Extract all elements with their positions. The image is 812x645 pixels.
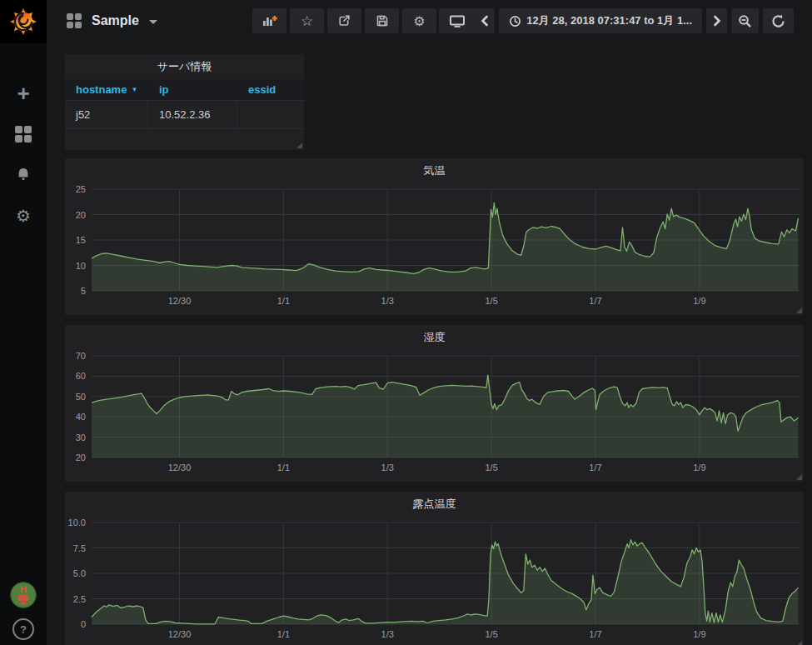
plus-glyph: + [17, 85, 29, 102]
grid-icon [15, 126, 32, 142]
svg-text:1/7: 1/7 [589, 296, 601, 306]
star-icon: ☆ [301, 12, 313, 30]
column-header-essid[interactable]: essid [237, 79, 304, 100]
add-panel-button[interactable] [252, 8, 286, 33]
monitor-icon [449, 14, 466, 28]
time-range-picker[interactable]: 12月 28, 2018 07:31:47 to 1月 1... [499, 8, 702, 33]
share-icon [337, 14, 351, 28]
svg-text:10.0: 10.0 [68, 518, 86, 528]
gear-icon: ⚙ [413, 13, 425, 29]
temperature-chart[interactable]: 51015202512/301/11/31/51/71/9 [65, 158, 804, 315]
sort-desc-icon: ▼ [131, 86, 137, 93]
time-forward-button[interactable] [706, 8, 727, 33]
svg-text:1/5: 1/5 [485, 462, 497, 472]
svg-text:70: 70 [76, 351, 86, 361]
svg-text:15: 15 [76, 235, 86, 245]
svg-text:50: 50 [76, 392, 86, 402]
save-floppy-icon [376, 14, 389, 28]
svg-text:1/1: 1/1 [277, 462, 290, 472]
configuration-gear-icon[interactable]: ⚙ [13, 206, 33, 226]
chevron-down-icon[interactable] [149, 20, 157, 24]
svg-text:12/30: 12/30 [168, 629, 192, 639]
user-avatar[interactable]: H [10, 582, 37, 608]
dew-point-chart-panel: 露点温度 02.55.07.510.012/301/11/31/51/71/9 [65, 492, 804, 645]
share-dashboard-button[interactable] [327, 8, 361, 33]
chart-panel-title[interactable]: 湿度 [65, 328, 804, 347]
svg-text:1/3: 1/3 [381, 296, 394, 306]
zoom-out-button[interactable] [731, 8, 759, 33]
svg-text:5.0: 5.0 [73, 568, 86, 578]
zoom-out-icon [738, 14, 752, 28]
chart-panel-title[interactable]: 気温 [65, 162, 804, 180]
star-dashboard-button[interactable]: ☆ [290, 8, 324, 33]
dashboard-title[interactable]: Sample [92, 13, 139, 28]
svg-text:30: 30 [76, 432, 86, 442]
svg-text:1/5: 1/5 [485, 296, 497, 306]
save-dashboard-button[interactable] [365, 8, 399, 33]
svg-text:20: 20 [76, 210, 86, 220]
clock-icon [509, 15, 521, 28]
refresh-button[interactable] [763, 8, 794, 33]
bell-icon [15, 167, 32, 183]
dashboards-icon[interactable] [13, 124, 33, 144]
tv-mode-button[interactable] [439, 8, 476, 33]
refresh-icon [771, 14, 785, 28]
cell-essid [237, 101, 304, 128]
svg-text:1/7: 1/7 [589, 462, 601, 472]
dew-point-chart[interactable]: 02.55.07.510.012/301/11/31/51/71/9 [65, 492, 804, 645]
svg-text:0: 0 [81, 619, 86, 629]
svg-text:5: 5 [81, 286, 86, 296]
humidity-chart[interactable]: 20304050607012/301/11/31/51/71/9 [65, 325, 804, 482]
chevron-right-icon [713, 15, 721, 27]
panel-resize-handle[interactable] [296, 142, 302, 148]
panel-resize-handle[interactable] [796, 641, 802, 645]
svg-text:60: 60 [76, 371, 86, 381]
svg-text:1/5: 1/5 [485, 629, 497, 639]
create-plus-icon[interactable]: + [13, 83, 33, 103]
svg-text:12/30: 12/30 [168, 296, 192, 306]
svg-text:1/3: 1/3 [381, 462, 394, 472]
gear-glyph: ⚙ [16, 206, 31, 226]
grafana-logo[interactable] [0, 0, 47, 43]
humidity-chart-panel: 湿度 20304050607012/301/11/31/51/71/9 [65, 325, 804, 482]
cell-ip: 10.52.2.36 [148, 101, 237, 128]
svg-text:1/7: 1/7 [589, 629, 601, 639]
side-menu: + ⚙ H ? [0, 0, 47, 645]
column-header-hostname[interactable]: hostname▼ [65, 79, 148, 100]
help-glyph: ? [20, 623, 27, 636]
svg-text:25: 25 [76, 184, 86, 194]
svg-text:7.5: 7.5 [73, 543, 86, 553]
svg-text:1/9: 1/9 [693, 296, 705, 306]
panel-resize-handle[interactable] [796, 474, 802, 480]
dashboard-settings-button[interactable]: ⚙ [402, 8, 436, 33]
panel-resize-handle[interactable] [796, 308, 802, 313]
table-row: j52 10.52.2.36 [65, 100, 304, 129]
table-header-row: hostname▼ ip essid [65, 79, 304, 100]
chart-panel-title[interactable]: 露点温度 [65, 495, 804, 513]
svg-text:12/30: 12/30 [168, 462, 192, 472]
svg-text:20: 20 [76, 452, 86, 462]
time-range-text: 12月 28, 2018 07:31:47 to 1月 1... [526, 13, 692, 28]
dashboard-grid-icon [67, 13, 82, 28]
alerting-bell-icon[interactable] [13, 165, 33, 185]
dashboard-navbar: Sample ☆ ⚙ [47, 0, 812, 42]
svg-text:1/9: 1/9 [693, 629, 705, 639]
temperature-chart-panel: 気温 51015202512/301/11/31/51/71/9 [65, 158, 804, 315]
svg-text:40: 40 [76, 412, 86, 422]
svg-text:2.5: 2.5 [73, 594, 86, 604]
cell-hostname: j52 [65, 101, 148, 128]
add-panel-icon [262, 14, 278, 28]
grafana-logo-icon [9, 8, 37, 36]
svg-text:10: 10 [76, 261, 86, 271]
svg-text:1/1: 1/1 [277, 296, 290, 306]
svg-text:1/3: 1/3 [381, 629, 394, 639]
help-icon[interactable]: ? [12, 618, 34, 640]
server-info-table-panel: サーバ情報 hostname▼ ip essid j52 10.52.2.36 [65, 54, 304, 150]
chevron-left-icon [481, 15, 489, 27]
svg-text:1/1: 1/1 [277, 629, 290, 639]
column-header-ip[interactable]: ip [148, 79, 237, 100]
table-panel-title[interactable]: サーバ情報 [65, 58, 304, 76]
time-back-button[interactable] [474, 8, 495, 33]
svg-text:1/9: 1/9 [693, 462, 705, 472]
